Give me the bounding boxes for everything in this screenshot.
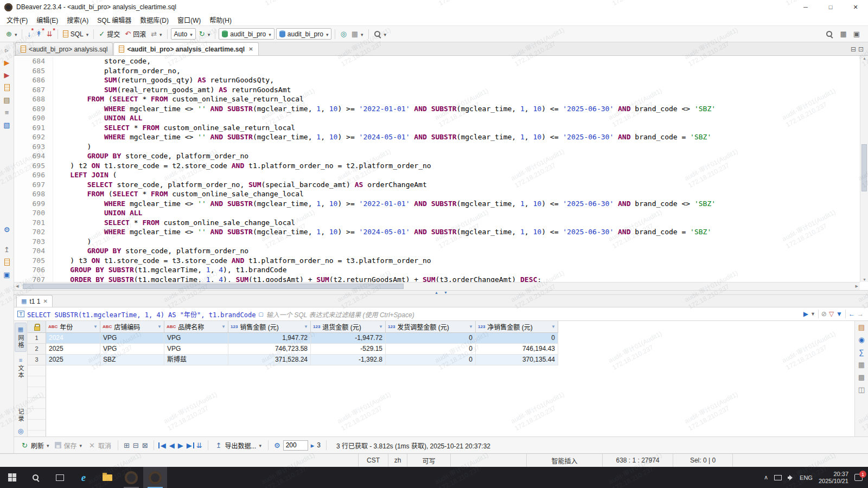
result-settings-icon[interactable]: ⚙ [273, 442, 282, 449]
templates-icon[interactable]: ▧ [2, 120, 12, 129]
cell-r1-c1[interactable]: 2024 [46, 333, 100, 344]
run-script-icon[interactable]: ▶ [2, 70, 12, 79]
column-menu-icon[interactable]: ▼ [304, 324, 308, 329]
menu-item-5[interactable]: 数据库(D) [136, 14, 173, 25]
transaction-log-button[interactable]: ⇄ [149, 29, 163, 39]
taskbar-app-dbeaver[interactable] [143, 467, 167, 488]
editor-vertical-scrollbar[interactable]: ▲ ▼ [860, 56, 868, 282]
scroll-up-icon[interactable]: ▲ [863, 56, 866, 60]
commit-mode-combo-caret-icon[interactable] [189, 30, 193, 38]
record-mode-tab[interactable]: 记录 [15, 406, 26, 425]
editor-horizontal-scrollbar[interactable]: ◀ ▶ [14, 282, 860, 290]
forward-icon[interactable]: → [856, 310, 865, 318]
perspective-icon[interactable]: ▦ [838, 29, 848, 38]
transaction-log-button-caret-icon[interactable] [159, 30, 162, 38]
expand-filter-icon[interactable]: ▢ [258, 311, 263, 317]
menu-item-3[interactable]: 搜索(A) [62, 14, 93, 25]
clear-filter-icon[interactable]: ⊘ [820, 310, 828, 318]
taskbar-search-button[interactable] [24, 467, 48, 488]
export-script-icon[interactable]: ↥ [2, 245, 12, 254]
result-set-tab[interactable]: ▦ t1 1 ✕ [16, 295, 53, 307]
toggle-panel-icon[interactable]: ▹ [2, 46, 12, 54]
sql-history-button[interactable]: ↻ [197, 29, 212, 39]
column-header-6[interactable]: 123发货调整金额 (元)▼ [386, 321, 476, 333]
menu-item-2[interactable]: 编辑(E) [32, 14, 62, 25]
cell-r3-c6[interactable]: 0 [386, 355, 476, 365]
cell-r1-c7[interactable]: 0 [476, 333, 558, 344]
cell-r1-c3[interactable]: VPG [164, 333, 228, 344]
scroll-right-icon[interactable]: ▶ [856, 284, 858, 288]
cell-r2-c4[interactable]: 746,723.58 [228, 344, 311, 355]
references-panel-icon[interactable]: ◫ [857, 386, 866, 394]
panel-layout-icon[interactable]: ▤ [857, 323, 866, 331]
new-connection-button[interactable]: ⊕ [4, 29, 18, 39]
close-result-tab-icon[interactable]: ✕ [43, 298, 47, 304]
restore-layout-icon[interactable]: ▣ [852, 29, 861, 38]
grouping-panel-icon[interactable]: ▩ [857, 373, 866, 381]
refresh-caret-icon[interactable] [46, 441, 49, 449]
sql-editor[interactable]: 684 store_code,685 platform_order_no,686… [14, 56, 868, 290]
start-button[interactable] [0, 467, 24, 488]
next-row-icon[interactable]: ▶ [177, 441, 184, 450]
maximize-editor-area-icon[interactable]: ⊡ [858, 46, 864, 53]
save-button[interactable]: 保存 [53, 440, 84, 451]
column-header-5[interactable]: 123退货金额 (元)▼ [311, 321, 386, 333]
filter-input-placeholder[interactable]: 输入一个 SQL 表达式来过滤结果 (使用 Ctrl+Space) [266, 310, 414, 319]
rollback-button[interactable]: ↶回滚 [123, 28, 148, 40]
editor-results-splitter[interactable]: ▲ ▼ [14, 290, 868, 295]
scroll-left-icon[interactable]: ◀ [16, 284, 18, 288]
vertical-scroll-thumb[interactable] [861, 144, 867, 192]
connection-selector[interactable]: audit_bi_pro [219, 28, 275, 40]
run-sql-icon[interactable]: ▶ [2, 58, 12, 67]
value-panel-icon[interactable]: ◉ [857, 336, 866, 344]
refresh-button[interactable]: ↻ 刷新 [18, 440, 51, 451]
cell-r2-c3[interactable]: VPG [164, 344, 228, 355]
cell-r2-c1[interactable]: 2025 [46, 344, 100, 355]
new-connection-button-caret-icon[interactable] [14, 30, 17, 38]
file-explorer-button[interactable] [95, 467, 119, 488]
database-selector-caret-icon[interactable] [326, 30, 329, 38]
calc-panel-icon[interactable]: ∑ [857, 348, 866, 356]
column-menu-icon[interactable]: ▼ [469, 324, 473, 329]
minimize-button[interactable]: ─ [793, 0, 818, 14]
scroll-down-icon[interactable]: ▼ [863, 278, 866, 281]
filter-bar[interactable]: T SELECT SUBSTR(t1.mgclearTime, 1, 4) AS… [14, 307, 868, 321]
column-header-1[interactable]: ABC年份▼ [46, 321, 100, 333]
grid-view-tab[interactable]: ▦网格 [15, 323, 27, 352]
close-tab-icon[interactable]: ✕ [248, 46, 253, 52]
cell-r2-c2[interactable]: VPG [100, 344, 164, 355]
database-selector[interactable]: audit_bi_pro [276, 28, 332, 40]
settings-icon[interactable]: ⚙ [2, 225, 12, 234]
notification-center-icon[interactable]: 1 [854, 474, 863, 481]
minimize-editor-area-icon[interactable]: ⊟ [851, 46, 856, 53]
panel-refresh-icon[interactable]: ◎ [18, 427, 23, 435]
duplicate-row-icon[interactable]: ⊟ [132, 441, 140, 450]
fetch-from-db-button[interactable]: ↓* [25, 29, 33, 38]
filter-expression[interactable]: SELECT SUBSTR(t1.mgclearTime, 1, 4) AS "… [27, 310, 256, 319]
layout-button[interactable]: ▦ [350, 29, 365, 39]
cell-r3-c5[interactable]: -1,392.8 [311, 355, 386, 365]
row-header-1[interactable]: 1 [28, 333, 46, 344]
previous-row-icon[interactable]: ◀ [168, 441, 176, 450]
remove-filter-icon[interactable]: ▽ [828, 310, 835, 318]
text-view-tab[interactable]: ≡文本 [15, 354, 26, 382]
language-indicator[interactable]: ENG [800, 474, 813, 481]
column-menu-icon[interactable]: ▼ [551, 324, 556, 329]
column-header-7[interactable]: 123净销售金额 (元)▼ [476, 321, 558, 333]
script-file-icon[interactable] [2, 258, 12, 266]
column-menu-icon[interactable]: ▼ [379, 324, 383, 329]
row-header-2[interactable]: 2 [28, 344, 46, 355]
first-row-icon[interactable]: ◀ [158, 442, 167, 448]
sql-history-button-caret-icon[interactable] [207, 30, 210, 38]
commit-mode-combo[interactable]: Auto [171, 28, 196, 40]
cell-r3-c7[interactable]: 370,135.44 [476, 355, 558, 365]
grid-corner-cell[interactable] [28, 321, 46, 333]
delete-row-icon[interactable]: ⊠ [141, 441, 149, 450]
outline-icon[interactable]: ≡ [2, 108, 12, 117]
tray-expand-icon[interactable]: ∧ [764, 474, 768, 481]
save-caret-icon[interactable] [79, 441, 82, 449]
clock[interactable]: 20:37 2025/10/21 [819, 471, 848, 485]
close-button[interactable]: ✕ [843, 0, 868, 14]
cell-r1-c6[interactable]: 0 [386, 333, 476, 344]
layout-button-caret-icon[interactable] [360, 30, 363, 38]
